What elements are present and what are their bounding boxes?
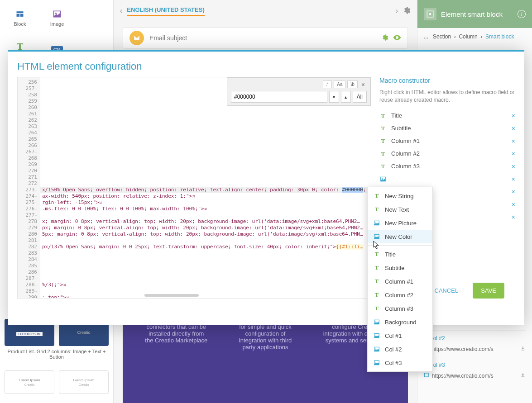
- search-prev-icon[interactable]: ▴: [341, 91, 351, 103]
- context-menu: TNew StringTNew TextNew PictureNew Color…: [367, 187, 433, 372]
- text-icon: T: [379, 125, 387, 132]
- text-icon: T: [373, 192, 380, 199]
- macro-item[interactable]: TColumn #1×: [379, 135, 515, 147]
- contextmenu-item-label: New Picture: [385, 220, 417, 227]
- search-regex-toggle[interactable]: .*: [323, 81, 332, 88]
- delete-icon[interactable]: ×: [512, 188, 515, 195]
- macro-item-label: Subtitle: [391, 125, 411, 132]
- preview-eye-icon[interactable]: [393, 33, 401, 43]
- info-icon[interactable]: i: [518, 10, 526, 18]
- template-card[interactable]: Lorem IpsumCreatio: [59, 370, 109, 394]
- svg-rect-0: [17, 11, 24, 13]
- modal-title: HTML element configuration: [8, 52, 524, 77]
- search-wholeword-toggle[interactable]: \b: [347, 81, 357, 88]
- contextmenu-item[interactable]: Col #1: [368, 329, 432, 342]
- language-next-icon[interactable]: ›: [396, 7, 398, 15]
- code-editor[interactable]: 2562572582592602612622632642652662672682…: [17, 77, 371, 299]
- macro-item-label: Column #3: [391, 163, 420, 170]
- contextmenu-item[interactable]: TSubtitle: [368, 261, 432, 275]
- palette-block[interactable]: Block: [4, 4, 36, 32]
- contextmenu-item[interactable]: TTitle: [368, 247, 432, 261]
- text-icon: T: [373, 206, 380, 213]
- text-icon: T: [373, 264, 380, 271]
- contextmenu-item-label: Subtitle: [385, 265, 404, 271]
- contextmenu-item[interactable]: TNew Text: [368, 203, 432, 216]
- url-input[interactable]: [432, 346, 518, 352]
- delete-icon[interactable]: ×: [512, 150, 515, 157]
- delete-icon[interactable]: ×: [512, 201, 515, 208]
- contextmenu-item[interactable]: TColumn #1: [368, 275, 432, 288]
- url-input[interactable]: [432, 373, 518, 379]
- text-icon: T: [379, 112, 387, 119]
- contextmenu-item[interactable]: Col #2: [368, 342, 432, 356]
- smartblock-icon: [424, 8, 436, 20]
- svg-point-10: [429, 13, 431, 15]
- save-button[interactable]: SAVE: [473, 283, 504, 299]
- contextmenu-item-label: Title: [385, 251, 396, 258]
- text-icon: T: [373, 251, 380, 258]
- template-caption: Product List. Grid 2 columns: Image + Te…: [5, 349, 109, 360]
- contextmenu-item[interactable]: New Picture: [368, 216, 432, 230]
- email-subject-input[interactable]: [149, 34, 377, 42]
- search-next-icon[interactable]: ▾: [329, 91, 339, 103]
- delete-icon[interactable]: ×: [512, 213, 515, 221]
- delete-icon[interactable]: ×: [512, 137, 515, 145]
- line-gutter: 2562572582592602612622632642652662672682…: [18, 77, 40, 298]
- macro-item-label: Title: [391, 112, 402, 119]
- contextmenu-item[interactable]: TNew String: [368, 189, 432, 203]
- picture-icon: [373, 359, 380, 366]
- download-icon[interactable]: [520, 372, 526, 378]
- svg-rect-2: [20, 14, 24, 17]
- contextmenu-item-label: New String: [385, 193, 414, 199]
- contextmenu-item[interactable]: New Color: [368, 230, 432, 243]
- text-icon: T: [373, 291, 380, 299]
- contextmenu-item[interactable]: TColumn #3: [368, 302, 432, 315]
- search-all-button[interactable]: All: [353, 91, 367, 103]
- delete-icon[interactable]: ×: [512, 175, 515, 183]
- search-input[interactable]: [231, 91, 327, 103]
- macro-constructor-title: Macro constructor: [379, 77, 515, 84]
- code-area[interactable]: x/150% Open Sans; overflow: hidden; posi…: [40, 77, 371, 298]
- macro-item-label: Column #1: [391, 137, 420, 144]
- contextmenu-item[interactable]: TColumn #2: [368, 288, 432, 302]
- contextmenu-item[interactable]: Background: [368, 315, 432, 329]
- picture-icon: [373, 219, 380, 227]
- subject-gear-icon[interactable]: [381, 34, 388, 43]
- macro-item[interactable]: TColumn #2×: [379, 147, 515, 160]
- language-tab[interactable]: ENGLISH (UNITED STATES): [127, 6, 204, 16]
- picture-icon: [379, 175, 387, 183]
- language-prev-icon[interactable]: ‹: [120, 7, 122, 15]
- delete-icon[interactable]: ×: [512, 125, 515, 132]
- delete-icon[interactable]: ×: [512, 163, 515, 170]
- horizontal-scrollbar[interactable]: [144, 294, 199, 297]
- html-config-modal: HTML element configuration 2562572582592…: [8, 50, 524, 325]
- menu-separator: [368, 245, 432, 246]
- delete-icon[interactable]: ×: [512, 112, 515, 119]
- search-popup: .* Aa \b × ▾ ▴ All: [227, 77, 371, 106]
- svg-point-32: [375, 362, 376, 363]
- svg-point-26: [375, 321, 376, 322]
- contextmenu-item-label: New Color: [385, 233, 412, 240]
- palette-image[interactable]: Image: [41, 4, 73, 32]
- breadcrumb[interactable]: ... Section › Column › Smart block: [417, 28, 532, 45]
- macro-item[interactable]: TColumn #3×: [379, 160, 515, 173]
- download-icon[interactable]: [520, 345, 526, 351]
- smart-item[interactable]: ▸ Col #2: [424, 330, 526, 357]
- gear-icon[interactable]: [403, 6, 411, 16]
- svg-point-22: [375, 222, 376, 223]
- macro-item[interactable]: ×: [379, 173, 515, 185]
- contextmenu-item[interactable]: Col #3: [368, 356, 432, 370]
- close-icon[interactable]: ×: [359, 81, 367, 88]
- search-case-toggle[interactable]: Aa: [334, 81, 345, 88]
- contextmenu-item-label: Column #3: [385, 305, 413, 312]
- picture-icon: [373, 346, 380, 353]
- svg-point-30: [375, 348, 376, 349]
- svg-rect-12: [424, 373, 428, 377]
- svg-point-14: [382, 178, 383, 179]
- smart-item[interactable]: ▸ Col #3: [424, 357, 526, 384]
- contextmenu-item-label: New Text: [385, 206, 409, 213]
- text-icon: T: [373, 278, 380, 285]
- macro-item[interactable]: TTitle×: [379, 109, 515, 122]
- template-card[interactable]: Lorem IpsumCreatio: [5, 370, 54, 394]
- macro-item[interactable]: TSubtitle×: [379, 122, 515, 135]
